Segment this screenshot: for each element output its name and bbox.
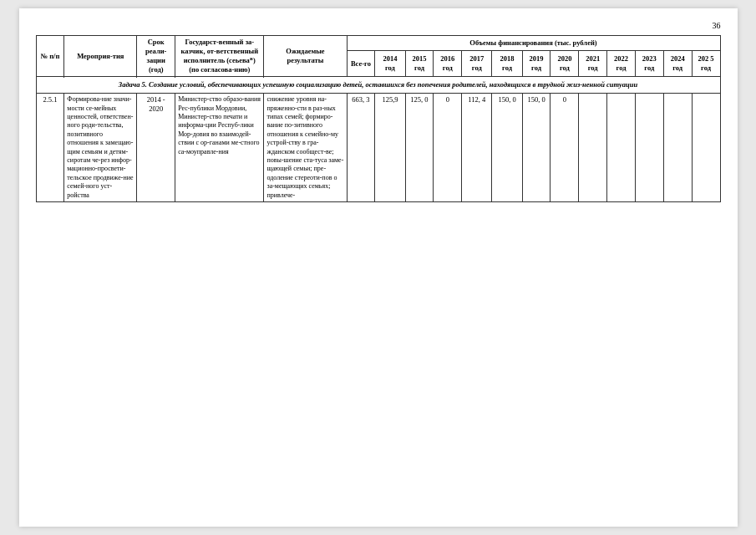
col-2022: 2022 год bbox=[607, 51, 636, 77]
header-row-1: № п/п Мероприя-тия Срок реали-зации (год… bbox=[36, 36, 720, 51]
col-header-gos: Государст-венный за-казчик, от-ветственн… bbox=[175, 36, 264, 77]
col-header-num: № п/п bbox=[36, 36, 64, 77]
col-2017: 2017 год bbox=[462, 51, 492, 77]
cell-2014-251: 125,9 bbox=[375, 94, 405, 202]
cell-gos-251: Министер-ство образо-вания Рес-публики М… bbox=[175, 94, 264, 202]
cell-2017-251: 112, 4 bbox=[462, 94, 492, 202]
col-2018: 2018 год bbox=[492, 51, 522, 77]
cell-2024-251 bbox=[663, 94, 692, 202]
document-page: 36 № п/п Мероприя-тия Срок реал bbox=[19, 8, 738, 527]
cell-2015-251: 125, 0 bbox=[405, 94, 434, 202]
col-header-ojid: Ожидаемые результаты bbox=[264, 36, 347, 77]
col-2021: 2021 год bbox=[579, 51, 607, 77]
col-2014: 2014 год bbox=[375, 51, 405, 77]
col-2019: 2019 год bbox=[522, 51, 551, 77]
col-2024: 2024 год bbox=[663, 51, 692, 77]
col-vsego: Все-го bbox=[347, 51, 375, 77]
col-2020: 2020 год bbox=[551, 51, 579, 77]
cell-2023-251 bbox=[635, 94, 663, 202]
cell-mero-251: Формирова-ние значи-мости се-мейных ценн… bbox=[64, 94, 137, 202]
main-table: № п/п Мероприя-тия Срок реали-зации (год… bbox=[36, 35, 721, 202]
cell-2020-251: 0 bbox=[551, 94, 579, 202]
cell-2021-251 bbox=[579, 94, 607, 202]
cell-2019-251: 150, 0 bbox=[522, 94, 551, 202]
col-header-mero: Мероприя-тия bbox=[64, 36, 137, 77]
cell-2022-251 bbox=[607, 94, 636, 202]
cell-2018-251: 150, 0 bbox=[492, 94, 522, 202]
col-2015: 2015 год bbox=[405, 51, 434, 77]
cell-2025-251 bbox=[692, 94, 720, 202]
col-2023: 2023 год bbox=[635, 51, 663, 77]
task-5-text: Задача 5. Создание условий, обеспечивающ… bbox=[36, 77, 720, 94]
task-5-row: Задача 5. Создание условий, обеспечивающ… bbox=[36, 77, 720, 94]
col-2016: 2016 год bbox=[434, 51, 462, 77]
page-number: 36 bbox=[36, 21, 721, 30]
col-2025: 202 5 год bbox=[692, 51, 720, 77]
col-header-srok: Срок реали-зации (год) bbox=[137, 36, 175, 77]
cell-ojid-251: снижение уровня на-пряженно-сти в раз-ны… bbox=[264, 94, 347, 202]
cell-srok-251: 2014 - 2020 bbox=[137, 94, 175, 202]
cell-2016-251: 0 bbox=[434, 94, 462, 202]
col-header-fin: Объемы финансирования (тыс. рублей) bbox=[347, 36, 720, 51]
row-2-5-1: 2.5.1 Формирова-ние значи-мости се-мейны… bbox=[36, 94, 720, 202]
cell-vsego-251: 663, 3 bbox=[347, 94, 375, 202]
cell-num-251: 2.5.1 bbox=[36, 94, 64, 202]
